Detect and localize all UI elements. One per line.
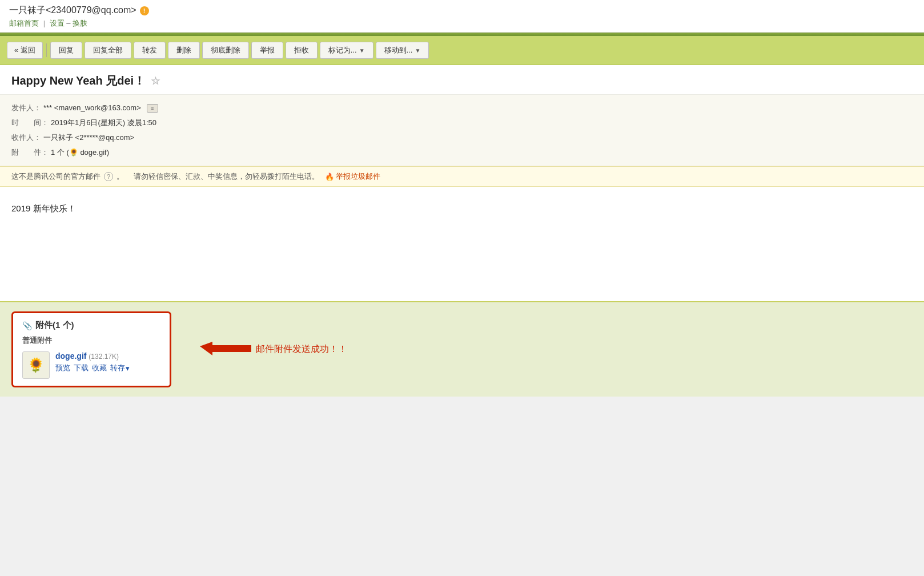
account-name: 一只袜子<23400779@qq.com> bbox=[9, 5, 136, 17]
save-dropdown[interactable]: 转存 ▾ bbox=[110, 363, 130, 373]
red-arrow-svg bbox=[200, 342, 251, 355]
recipient-row: 收件人： 一只袜子 <2*****@qq.com> bbox=[11, 130, 913, 145]
warning-text: 这不是腾讯公司的官方邮件 bbox=[11, 171, 101, 182]
save-arrow: ▾ bbox=[126, 364, 130, 373]
subject-line: Happy New Yeah 兄dei！ ☆ bbox=[11, 73, 913, 89]
header-nav: 邮箱首页 | 设置 – 换肤 bbox=[9, 18, 915, 29]
arrow-annotation: 邮件附件发送成功！！ bbox=[200, 342, 347, 357]
attachment-meta-label: 附 件： bbox=[11, 145, 49, 160]
delete-button[interactable]: 删除 bbox=[168, 42, 200, 59]
file-info: doge.gif (132.17K) 预览 下载 收藏 转存 ▾ bbox=[55, 351, 130, 373]
red-arrow-container bbox=[200, 342, 251, 357]
report-button[interactable]: 举报 bbox=[251, 42, 283, 59]
warn-icon: ! bbox=[140, 6, 149, 15]
toolbar-sep-1 bbox=[46, 43, 47, 57]
time-value: 2019年1月6日(星期天) 凌晨1:50 bbox=[51, 115, 156, 130]
report-spam-label: 举报垃圾邮件 bbox=[336, 171, 380, 182]
sender-card-icon[interactable]: ≡ bbox=[147, 104, 158, 113]
download-link[interactable]: 下载 bbox=[74, 363, 89, 373]
file-name-row: doge.gif (132.17K) bbox=[55, 351, 130, 361]
move-button[interactable]: 移动到... ▼ bbox=[376, 42, 429, 59]
nav-dash: – bbox=[66, 19, 70, 27]
attachment-header-label: 附件(1 个) bbox=[35, 320, 74, 331]
nav-skin-link[interactable]: 换肤 bbox=[73, 19, 87, 27]
file-actions: 预览 下载 收藏 转存 ▾ bbox=[55, 363, 130, 373]
move-label: 移动到... bbox=[384, 45, 413, 55]
toolbar: « 返回 回复 回复全部 转发 删除 彻底删除 举报 拒收 标记为... ▼ 移… bbox=[0, 36, 924, 65]
mark-button[interactable]: 标记为... ▼ bbox=[320, 42, 373, 59]
attachment-type-label: 普通附件 bbox=[22, 335, 160, 346]
attachment-meta-value: 1 个 (🌻 doge.gif) bbox=[51, 145, 109, 160]
nav-settings-link[interactable]: 设置 bbox=[50, 19, 65, 27]
reply-all-button[interactable]: 回复全部 bbox=[85, 42, 131, 59]
forward-button[interactable]: 转发 bbox=[134, 42, 166, 59]
email-body-text: 2019 新年快乐！ bbox=[11, 203, 76, 213]
file-size: (132.17K) bbox=[89, 353, 119, 361]
attachment-row: 📎 附件(1 个) 普通附件 🌻 doge.gif (132.17K) 预览 下… bbox=[0, 302, 924, 397]
annotation-text: 邮件附件发送成功！！ bbox=[256, 343, 347, 355]
thumb-emoji: 🌻 bbox=[27, 357, 45, 373]
nav-home-link[interactable]: 邮箱首页 bbox=[9, 19, 39, 27]
mark-label: 标记为... bbox=[328, 45, 357, 55]
sender-row: 发件人： *** <maven_work@163.com> ≡ bbox=[11, 101, 913, 115]
attachment-header: 📎 附件(1 个) bbox=[22, 320, 160, 331]
attachment-section: 📎 附件(1 个) 普通附件 🌻 doge.gif (132.17K) 预览 下… bbox=[0, 301, 924, 397]
recipient-value: 一只袜子 <2*****@qq.com> bbox=[43, 130, 134, 145]
warning-note: 。 请勿轻信密保、汇款、中奖信息，勿轻易拨打陌生电话。 bbox=[116, 171, 319, 182]
email-subject: Happy New Yeah 兄dei！ bbox=[11, 73, 145, 89]
email-body: 2019 新年快乐！ bbox=[0, 187, 924, 301]
email-meta: 发件人： *** <maven_work@163.com> ≡ 时 间： 201… bbox=[0, 95, 924, 166]
header: 一只袜子<23400779@qq.com> ! 邮箱首页 | 设置 – 换肤 bbox=[0, 0, 924, 33]
attachment-meta-row: 附 件： 1 个 (🌻 doge.gif) bbox=[11, 145, 913, 160]
paperclip-icon: 📎 bbox=[22, 321, 32, 330]
warning-bar: 这不是腾讯公司的官方邮件 ? 。 请勿轻信密保、汇款、中奖信息，勿轻易拨打陌生电… bbox=[0, 166, 924, 187]
report-spam-link[interactable]: 🔥 举报垃圾邮件 bbox=[325, 171, 380, 182]
back-button[interactable]: « 返回 bbox=[7, 42, 43, 59]
attachment-box: 📎 附件(1 个) 普通附件 🌻 doge.gif (132.17K) 预览 下… bbox=[11, 311, 171, 387]
header-title: 一只袜子<23400779@qq.com> ! bbox=[9, 5, 915, 17]
email-area: Happy New Yeah 兄dei！ ☆ 发件人： *** <maven_w… bbox=[0, 65, 924, 301]
file-thumb: 🌻 bbox=[22, 351, 50, 379]
mark-dropdown-arrow: ▼ bbox=[359, 47, 365, 54]
reply-button[interactable]: 回复 bbox=[50, 42, 82, 59]
reject-button[interactable]: 拒收 bbox=[286, 42, 318, 59]
sender-label: 发件人： bbox=[11, 101, 41, 115]
favorite-link[interactable]: 收藏 bbox=[92, 363, 107, 373]
delete-perm-button[interactable]: 彻底删除 bbox=[202, 42, 249, 59]
email-subject-section: Happy New Yeah 兄dei！ ☆ bbox=[0, 65, 924, 95]
move-dropdown-arrow: ▼ bbox=[415, 47, 420, 54]
save-label: 转存 bbox=[110, 363, 125, 373]
sender-value: *** <maven_work@163.com> bbox=[43, 101, 141, 115]
question-icon[interactable]: ? bbox=[104, 172, 113, 181]
star-icon[interactable]: ☆ bbox=[151, 75, 160, 87]
recipient-label: 收件人： bbox=[11, 130, 41, 145]
preview-link[interactable]: 预览 bbox=[55, 363, 70, 373]
svg-marker-0 bbox=[200, 342, 251, 355]
time-label: 时 间： bbox=[11, 115, 49, 130]
nav-sep: | bbox=[43, 19, 45, 27]
attachment-file: 🌻 doge.gif (132.17K) 预览 下载 收藏 转存 ▾ bbox=[22, 351, 160, 379]
file-name: doge.gif bbox=[55, 351, 86, 361]
fire-icon: 🔥 bbox=[325, 173, 334, 181]
time-row: 时 间： 2019年1月6日(星期天) 凌晨1:50 bbox=[11, 115, 913, 130]
